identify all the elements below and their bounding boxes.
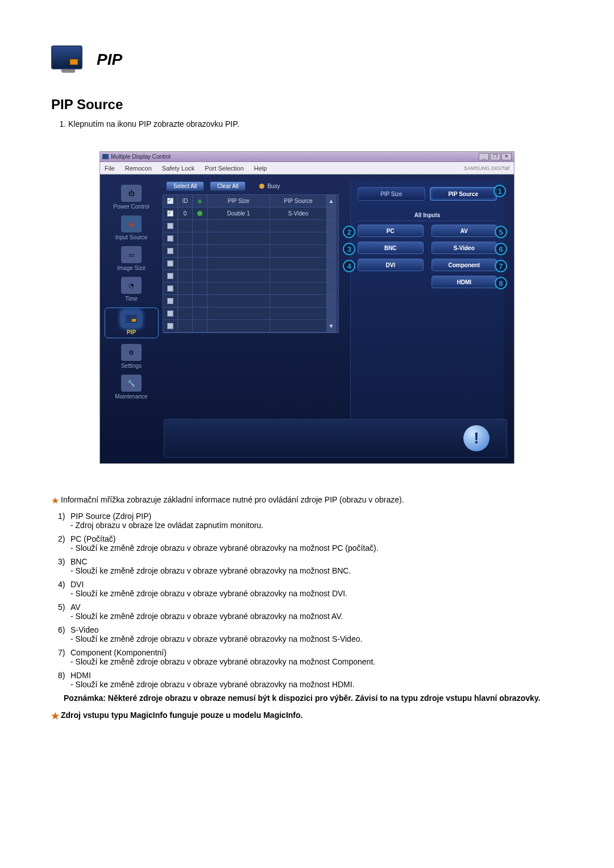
busy-indicator: Busy bbox=[259, 183, 280, 189]
row-pip-size: Double 1 bbox=[208, 207, 270, 220]
window-close-button[interactable]: ✕ bbox=[501, 153, 512, 160]
window-maximize-button[interactable]: ❐ bbox=[490, 153, 500, 160]
grid-header: ID ◉ PIP Size PIP Source ▲ bbox=[163, 195, 338, 207]
info-icon: ! bbox=[463, 425, 489, 451]
input-hdmi-button[interactable]: HDMI bbox=[432, 276, 497, 288]
menu-help[interactable]: Help bbox=[254, 165, 267, 172]
menu-port-selection[interactable]: Port Selection bbox=[205, 165, 243, 172]
callout-5: 5 bbox=[495, 226, 507, 238]
app-icon bbox=[102, 154, 109, 159]
sidebar-item-image-size[interactable]: ▭ Image Size bbox=[105, 246, 159, 271]
magicinfo-note: ★Zdroj vstupu typu MagicInfo funguje pou… bbox=[51, 711, 563, 721]
sidebar-item-power-control[interactable]: ⏻ Power Control bbox=[105, 185, 159, 210]
input-svideo-button[interactable]: S-Video bbox=[432, 242, 497, 254]
note-item: 1)PIP Source (Zdroj PIP)- Zdroj obrazu v… bbox=[58, 512, 563, 530]
sidebar-item-label: PIP bbox=[127, 329, 136, 335]
pip-label: PIP bbox=[97, 51, 122, 69]
intro-list: Klepnutím na ikonu PIP zobrazte obrazovk… bbox=[51, 119, 563, 128]
grid-row[interactable]: 0 Double 1 S-Video bbox=[163, 207, 338, 220]
note-item: 2)PC (Počítač)- Slouží ke změně zdroje o… bbox=[58, 534, 563, 553]
row-checkbox[interactable] bbox=[167, 210, 173, 217]
pip-monitor-icon bbox=[51, 45, 85, 74]
input-dvi-button[interactable]: DVI bbox=[358, 259, 424, 271]
col-pip-size: PIP Size bbox=[208, 195, 270, 207]
sidebar-item-input-source[interactable]: ◉ Input Source bbox=[105, 215, 159, 240]
notes-list: 1)PIP Source (Zdroj PIP)- Zdroj obrazu v… bbox=[51, 512, 563, 689]
clear-all-button[interactable]: Clear All bbox=[210, 181, 246, 191]
grid-row-empty bbox=[163, 295, 338, 308]
note-item: 5)AV- Slouží ke změně zdroje obrazu v ob… bbox=[58, 603, 563, 621]
input-component-button[interactable]: Component bbox=[432, 259, 497, 271]
note-item: 6)S-Video- Slouží ke změně zdroje obrazu… bbox=[58, 625, 563, 643]
star-icon: ★ bbox=[51, 496, 59, 505]
sidebar-item-label: Input Source bbox=[115, 234, 148, 240]
sidebar-item-time[interactable]: ◔ Time bbox=[105, 277, 159, 302]
menubar: File Remocon Safety Lock Port Selection … bbox=[100, 162, 514, 175]
display-grid: ID ◉ PIP Size PIP Source ▲ 0 Double 1 bbox=[163, 194, 339, 333]
grid-row-empty bbox=[163, 232, 338, 245]
menu-remocon[interactable]: Remocon bbox=[125, 165, 152, 172]
page-header: PIP bbox=[51, 45, 563, 74]
input-source-icon: ◉ bbox=[121, 215, 142, 232]
col-pip-source: PIP Source bbox=[270, 195, 327, 207]
sidebar-item-label: Maintenance bbox=[115, 393, 147, 400]
callout-7: 7 bbox=[495, 260, 507, 272]
busy-label: Busy bbox=[267, 183, 280, 189]
titlebar: Multiple Display Control _ ❐ ✕ bbox=[100, 152, 514, 162]
app-window: Multiple Display Control _ ❐ ✕ File Remo… bbox=[99, 151, 515, 464]
scroll-down-button[interactable]: ▼ bbox=[327, 320, 336, 333]
clock-icon: ◔ bbox=[121, 277, 142, 294]
status-dot-icon bbox=[197, 211, 202, 216]
input-pc-button[interactable]: PC bbox=[358, 225, 424, 237]
tab-pip-source[interactable]: PIP Source bbox=[430, 187, 497, 201]
magicinfo-note-text: Zdroj vstupu typu MagicInfo funguje pouz… bbox=[61, 711, 302, 720]
window-minimize-button[interactable]: _ bbox=[479, 153, 489, 160]
menu-file[interactable]: File bbox=[105, 165, 115, 172]
busy-dot-icon bbox=[259, 184, 264, 189]
row-id: 0 bbox=[178, 207, 193, 220]
scroll-up-button[interactable]: ▲ bbox=[327, 195, 336, 207]
sidebar-item-label: Time bbox=[125, 296, 138, 302]
lead-note-text: Informační mřížka zobrazuje základní inf… bbox=[61, 495, 404, 504]
grid-row-empty: ▼ bbox=[163, 320, 338, 333]
callout-6: 6 bbox=[495, 243, 507, 255]
sidebar-item-label: Power Control bbox=[113, 203, 149, 210]
note-item: 4)DVI- Slouží ke změně zdroje obrazu v o… bbox=[58, 580, 563, 598]
sidebar-item-label: Image Size bbox=[117, 265, 146, 271]
grid-row-empty bbox=[163, 258, 338, 270]
col-status-icon: ◉ bbox=[193, 195, 208, 207]
sidebar: ⏻ Power Control ◉ Input Source ▭ Image S… bbox=[100, 175, 163, 463]
input-av-button[interactable]: AV bbox=[432, 225, 497, 237]
tab-pip-size[interactable]: PIP Size bbox=[358, 187, 425, 201]
brand-label: SAMSUNG DIGITall bbox=[464, 165, 509, 171]
note-item: 7)Component (Komponentní)- Slouží ke změ… bbox=[58, 648, 563, 666]
sidebar-item-maintenance[interactable]: 🔧 Maintenance bbox=[105, 375, 159, 400]
power-icon: ⏻ bbox=[121, 185, 142, 202]
grid-row-empty bbox=[163, 308, 338, 320]
header-checkbox[interactable] bbox=[167, 198, 173, 204]
window-title: Multiple Display Control bbox=[111, 153, 171, 160]
info-panel: ! bbox=[164, 419, 507, 458]
grid-row-empty bbox=[163, 220, 338, 232]
col-id: ID bbox=[178, 195, 193, 207]
star-icon: ★ bbox=[51, 711, 59, 721]
input-bnc-button[interactable]: BNC bbox=[358, 242, 424, 254]
callout-4: 4 bbox=[343, 260, 355, 272]
lead-note: ★Informační mřížka zobrazuje základní in… bbox=[51, 495, 563, 506]
sidebar-item-label: Settings bbox=[121, 363, 142, 369]
callout-1: 1 bbox=[493, 185, 506, 197]
callout-8: 8 bbox=[495, 277, 507, 289]
all-inputs-label: All Inputs bbox=[358, 212, 497, 221]
right-panel: PIP Size PIP Source 1 All Inputs PC AV B… bbox=[350, 181, 504, 456]
grid-row-empty bbox=[163, 283, 338, 295]
display-list-panel: Select All Clear All Busy ID ◉ bbox=[163, 181, 339, 456]
settings-icon: ⚙ bbox=[121, 344, 142, 361]
grid-row-empty bbox=[163, 270, 338, 283]
note-item: 8)HDMI- Slouží ke změně zdroje obrazu v … bbox=[58, 671, 563, 689]
section-title: PIP Source bbox=[51, 97, 563, 113]
menu-safety-lock[interactable]: Safety Lock bbox=[162, 165, 194, 172]
sidebar-item-pip[interactable]: PIP bbox=[105, 308, 159, 338]
select-all-button[interactable]: Select All bbox=[166, 181, 204, 191]
image-size-icon: ▭ bbox=[121, 246, 142, 263]
sidebar-item-settings[interactable]: ⚙ Settings bbox=[105, 344, 159, 369]
